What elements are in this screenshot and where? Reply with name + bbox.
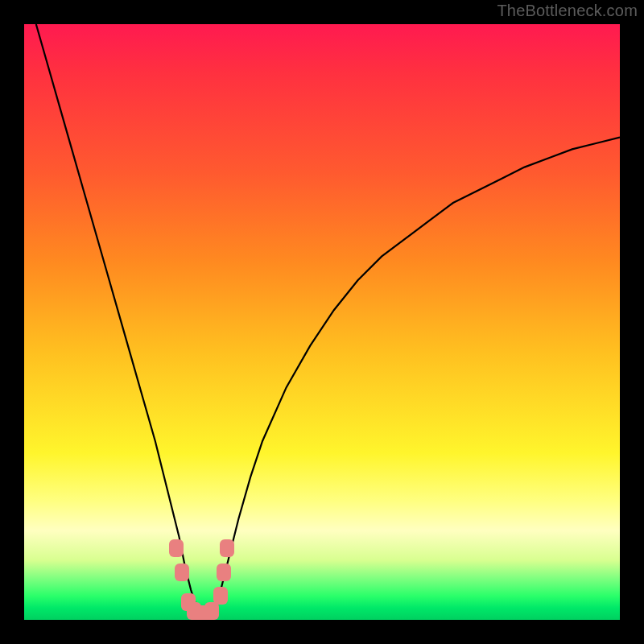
curve-marker [169, 539, 184, 557]
curve-marker [217, 564, 231, 581]
watermark-text: TheBottleneck.com [497, 2, 638, 20]
curve-marker [175, 564, 189, 581]
plot-area [24, 24, 620, 620]
bottleneck-curve [24, 24, 620, 620]
curve-marker [213, 587, 228, 605]
curve-marker [204, 602, 219, 620]
curve-marker [220, 539, 234, 557]
